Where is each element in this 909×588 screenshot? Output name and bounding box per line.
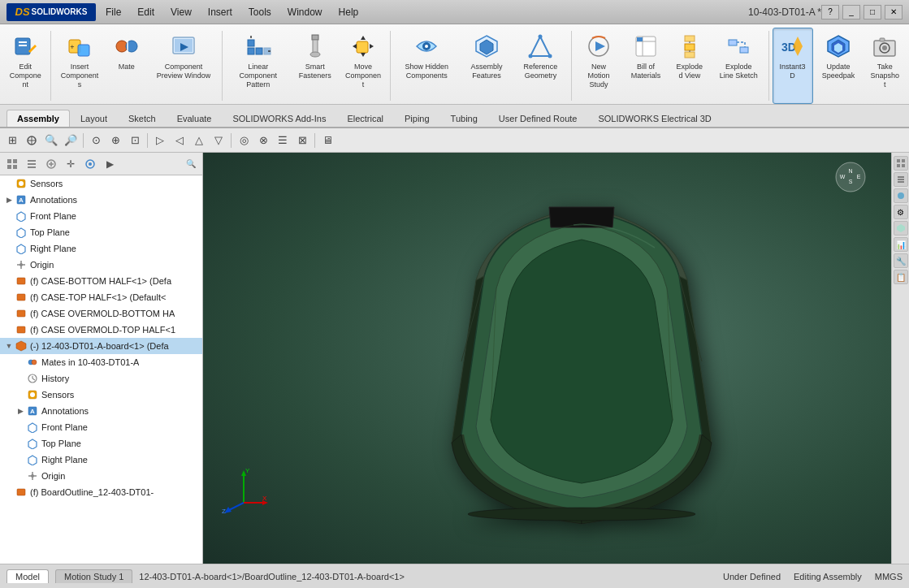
tb2-btn-11[interactable]: ▽	[210, 132, 227, 149]
explode-line-button[interactable]: Explode Line Sketch	[712, 28, 764, 104]
3d-viewport[interactable]: Y X Z N S W E	[203, 153, 891, 564]
tree-overmold-top[interactable]: (f) CASE OVERMOLD-TOP HALF<1	[0, 322, 202, 338]
tb2-btn-12[interactable]: ◎	[235, 132, 253, 149]
tb2-btn-10[interactable]: △	[190, 132, 208, 149]
show-hidden-button[interactable]: Show Hidden Components	[394, 28, 460, 104]
tb2-btn-4[interactable]: 🔎	[62, 132, 80, 149]
tab-addins[interactable]: SOLIDWORKS Add-Ins	[222, 110, 336, 127]
tb2-btn-7[interactable]: ⊡	[126, 132, 144, 149]
tab-user-route[interactable]: User Defined Route	[488, 110, 588, 127]
tb2-btn-16[interactable]: 🖥	[318, 132, 336, 149]
tab-electrical[interactable]: Electrical	[336, 110, 394, 127]
tree-right-plane[interactable]: Right Plane	[0, 240, 202, 257]
tb2-btn-3[interactable]: 🔍	[42, 132, 60, 149]
svg-point-88	[32, 360, 37, 365]
panel-btn-2[interactable]	[23, 155, 41, 173]
rp-btn-4[interactable]: ⚙	[894, 205, 908, 219]
panel-btn-3[interactable]	[42, 155, 60, 173]
tree-case-top[interactable]: (f) CASE-TOP HALF<1> (Default<	[0, 289, 202, 305]
menu-help[interactable]: Help	[335, 5, 362, 19]
tab-piping[interactable]: Piping	[394, 110, 440, 127]
rp-btn-3[interactable]	[894, 188, 908, 203]
rp-btn-5[interactable]	[894, 221, 908, 236]
tree-annotations-sub[interactable]: ▶ A Annotations	[0, 403, 202, 419]
tb2-btn-6[interactable]: ⊕	[106, 132, 124, 149]
move-component-button[interactable]: Move Component	[340, 28, 387, 104]
minimize-button[interactable]: _	[842, 5, 860, 19]
reference-geometry-button[interactable]: Reference Geometry	[513, 28, 567, 104]
panel-btn-5[interactable]	[81, 155, 99, 173]
tb2-btn-15[interactable]: ⊠	[293, 132, 311, 149]
origin-icon	[15, 258, 28, 271]
tree-top-plane[interactable]: Top Plane	[0, 224, 202, 240]
tree-annotations[interactable]: ▶ A Annotations	[0, 192, 202, 208]
tab-tubing[interactable]: Tubing	[440, 110, 488, 127]
menu-edit[interactable]: Edit	[134, 5, 158, 19]
tree-sensors-sub[interactable]: Sensors	[0, 387, 202, 403]
menu-tools[interactable]: Tools	[245, 5, 275, 19]
tree-right-plane-sub[interactable]: Right Plane	[0, 452, 202, 468]
rp-btn-7[interactable]: 🔧	[894, 253, 908, 268]
tb2-btn-5[interactable]: ⊙	[87, 132, 105, 149]
tree-board-assy[interactable]: ▼ (-) 12-403-DT01-A-board<1> (Defa	[0, 338, 202, 354]
edit-component-button[interactable]: Edit Component	[3, 28, 47, 104]
tab-evaluate[interactable]: Evaluate	[167, 110, 223, 127]
panel-toolbar: ✛ ▶ 🔍	[0, 153, 202, 175]
feature-tree[interactable]: Sensors ▶ A Annotations Front Plane	[0, 175, 202, 564]
rp-btn-1[interactable]	[894, 156, 908, 171]
tree-front-plane[interactable]: Front Plane	[0, 208, 202, 224]
tb2-btn-13[interactable]: ⊗	[254, 132, 272, 149]
assembly-features-button[interactable]: Assembly Features	[461, 28, 512, 104]
maximize-button[interactable]: □	[864, 5, 881, 19]
model-tab[interactable]: Model	[6, 569, 49, 583]
rp-btn-6[interactable]: 📊	[894, 237, 908, 252]
tb2-btn-1[interactable]: ⊞	[3, 132, 21, 149]
menu-view[interactable]: View	[167, 5, 195, 19]
tb2-btn-9[interactable]: ◁	[171, 132, 188, 149]
svg-rect-2	[19, 45, 27, 46]
tab-layout[interactable]: Layout	[70, 110, 118, 127]
tab-assembly[interactable]: Assembly	[6, 110, 70, 127]
component-preview-button[interactable]: Component Preview Window	[149, 28, 219, 104]
expand-panel-btn[interactable]: ▶	[101, 155, 119, 173]
smart-fasteners-button[interactable]: Smart Fasteners	[292, 28, 338, 104]
tab-sketch[interactable]: Sketch	[118, 110, 167, 127]
exploded-view-button[interactable]: Exploded View	[669, 28, 710, 104]
tb2-btn-2[interactable]	[23, 132, 41, 149]
view-cube[interactable]: N S W E	[834, 161, 867, 193]
tree-front-plane-sub[interactable]: Front Plane	[0, 419, 202, 435]
mates-in-label: Mates in 10-403-DT01-A	[41, 357, 139, 367]
tree-origin-sub[interactable]: Origin	[0, 468, 202, 484]
insert-components-button[interactable]: + Insert Components	[54, 28, 105, 104]
tb2-btn-8[interactable]: ▷	[151, 132, 169, 149]
bill-of-materials-button[interactable]: Bill of Materials	[625, 28, 667, 104]
instant3d-button[interactable]: 3D Instant3D	[773, 28, 813, 104]
plane-sub-icon	[26, 453, 39, 466]
menu-window[interactable]: Window	[284, 5, 326, 19]
tb2-btn-14[interactable]: ☰	[274, 132, 292, 149]
menu-insert[interactable]: Insert	[205, 5, 236, 19]
tab-sw-elec[interactable]: SOLIDWORKS Electrical 3D	[587, 110, 721, 127]
linear-pattern-button[interactable]: Linear Component Pattern	[226, 28, 291, 104]
tree-sensors[interactable]: Sensors	[0, 175, 202, 192]
close-button[interactable]: ✕	[885, 5, 903, 19]
mate-button[interactable]: Mate	[106, 28, 147, 104]
motion-study-button[interactable]: New Motion Study	[574, 28, 623, 104]
menu-file[interactable]: File	[102, 5, 124, 19]
tree-top-plane-sub[interactable]: Top Plane	[0, 435, 202, 452]
rp-btn-8[interactable]: 📋	[894, 270, 908, 284]
tree-origin[interactable]: Origin	[0, 257, 202, 273]
panel-btn-1[interactable]	[3, 155, 21, 173]
panel-btn-4[interactable]: ✛	[62, 155, 80, 173]
tree-board-outline[interactable]: (f) BoardOutline_12-403-DT01-	[0, 484, 202, 500]
update-speedpak-button[interactable]: Update Speedpak	[815, 28, 863, 104]
explode-line-icon	[724, 32, 753, 61]
tree-case-bottom[interactable]: (f) CASE-BOTTOM HALF<1> (Defa	[0, 273, 202, 289]
help-button[interactable]: ?	[821, 5, 839, 19]
motion-study-tab[interactable]: Motion Study 1	[55, 569, 132, 583]
tree-overmold-bottom[interactable]: (f) CASE OVERMOLD-BOTTOM HA	[0, 305, 202, 322]
tree-history[interactable]: History	[0, 370, 202, 387]
rp-btn-2[interactable]	[894, 172, 908, 187]
tree-mates-in[interactable]: Mates in 10-403-DT01-A	[0, 354, 202, 370]
snapshot-button[interactable]: Take Snapshot	[864, 28, 906, 104]
